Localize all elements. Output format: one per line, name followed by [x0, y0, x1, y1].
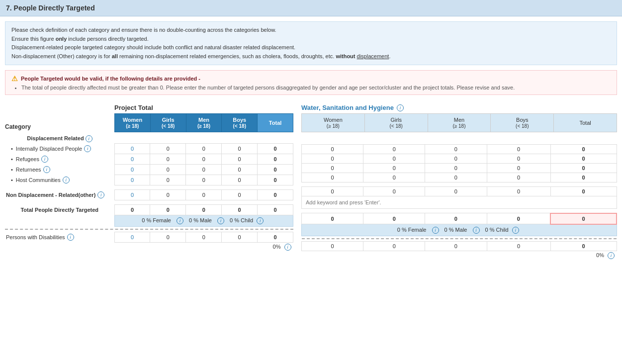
returnees-bullet: • — [11, 167, 13, 173]
wash-refugees-boys[interactable]: 0 — [487, 154, 550, 163]
idp-bullet: • — [11, 146, 13, 152]
idp-girls[interactable]: 0 — [150, 143, 186, 154]
wash-male-pct-info[interactable]: i — [473, 227, 480, 234]
wash-child-pct-info[interactable]: i — [512, 227, 519, 234]
idp-info-icon[interactable]: i — [84, 145, 91, 152]
total-row: Total People Directly Targeted 0 0 0 0 0 — [5, 204, 293, 215]
idp-women[interactable]: 0 — [114, 143, 150, 154]
disability-pct-info[interactable]: i — [284, 244, 291, 251]
wash-idp-women[interactable]: 0 — [302, 144, 363, 154]
refugees-label: • Refugees i — [6, 156, 113, 163]
refugees-women[interactable]: 0 — [114, 154, 150, 164]
returnees-men[interactable]: 0 — [186, 164, 222, 175]
wash-disability-girls[interactable]: 0 — [363, 241, 425, 251]
disability-women[interactable]: 0 — [114, 232, 150, 242]
wash-male-pct: 0 % Male — [444, 227, 467, 233]
wash-non-disp-girls[interactable]: 0 — [363, 186, 425, 196]
refugees-total: 0 — [258, 154, 293, 164]
wash-keyword-row[interactable] — [302, 196, 617, 208]
host-women[interactable]: 0 — [114, 175, 150, 185]
col-total: Total — [258, 114, 293, 132]
total-men: 0 — [186, 204, 222, 215]
wash-percent-row: 0 % Female i 0 % Male i 0 % Child i — [302, 224, 617, 236]
child-pct-info[interactable]: i — [257, 217, 264, 224]
section-header: 7. People Directly Targeted — [0, 0, 622, 16]
idp-total: 0 — [258, 143, 293, 154]
wash-returnees-boys[interactable]: 0 — [487, 163, 550, 173]
host-girls[interactable]: 0 — [150, 175, 186, 185]
wash-idp-row: 0 0 0 0 0 — [302, 144, 617, 154]
idp-boys[interactable]: 0 — [222, 143, 258, 154]
wash-returnees-women[interactable]: 0 — [302, 163, 363, 173]
warning-title: ⚠ People Targeted would be valid, if the… — [11, 75, 611, 83]
wash-host-boys[interactable]: 0 — [487, 173, 550, 182]
page-container: 7. People Directly Targeted Please check… — [0, 0, 622, 364]
idp-men[interactable]: 0 — [186, 143, 222, 154]
non-disp-men[interactable]: 0 — [186, 189, 222, 200]
refugees-men[interactable]: 0 — [186, 154, 222, 164]
wash-dashed-divider — [302, 236, 617, 241]
disability-girls[interactable]: 0 — [150, 232, 186, 242]
wash-non-disp-men[interactable]: 0 — [425, 186, 487, 196]
host-communities-row: • Host Communities i 0 0 0 0 0 — [5, 175, 293, 185]
disability-boys[interactable]: 0 — [222, 232, 258, 242]
displacement-info-icon[interactable]: i — [86, 135, 92, 142]
wash-refugees-girls[interactable]: 0 — [363, 154, 425, 163]
col-women: Women(≥ 18) — [115, 114, 151, 132]
keyword-input[interactable] — [305, 198, 614, 206]
wash-host-women[interactable]: 0 — [302, 173, 363, 182]
total-boys: 0 — [222, 204, 258, 215]
refugees-info-icon[interactable]: i — [41, 156, 48, 163]
host-info-icon[interactable]: i — [63, 177, 70, 183]
host-boys[interactable]: 0 — [222, 175, 258, 185]
wash-returnees-men[interactable]: 0 — [425, 163, 487, 173]
returnees-label: • Returnees i — [6, 166, 113, 173]
disability-info-icon[interactable]: i — [67, 234, 74, 241]
returnees-women[interactable]: 0 — [114, 164, 150, 175]
returnees-info-icon[interactable]: i — [43, 166, 50, 173]
wash-info-icon[interactable]: i — [397, 104, 404, 111]
wash-total-row: 0 0 0 0 0 — [302, 213, 617, 224]
wash-disability-boys[interactable]: 0 — [487, 241, 550, 251]
refugees-girls[interactable]: 0 — [150, 154, 186, 164]
wash-non-disp-boys[interactable]: 0 — [487, 186, 550, 196]
non-disp-total: 0 — [258, 189, 293, 200]
refugees-boys[interactable]: 0 — [222, 154, 258, 164]
wash-col-total: Total — [554, 114, 617, 132]
non-disp-boys[interactable]: 0 — [222, 189, 258, 200]
male-pct-info[interactable]: i — [217, 217, 224, 224]
non-disp-girls[interactable]: 0 — [150, 189, 186, 200]
spacer-row-1 — [5, 185, 293, 189]
wash-non-disp-women[interactable]: 0 — [302, 186, 363, 196]
wash-disability-pct-info[interactable]: i — [608, 252, 615, 259]
returnees-row: • Returnees i 0 0 0 0 0 — [5, 164, 293, 175]
wash-disability-women[interactable]: 0 — [302, 241, 363, 251]
warning-list: The total of people directly affected mu… — [21, 85, 611, 91]
wash-disability-men[interactable]: 0 — [425, 241, 487, 251]
wash-returnees-girls[interactable]: 0 — [363, 163, 425, 173]
returnees-boys[interactable]: 0 — [222, 164, 258, 175]
wash-keyword-cell[interactable] — [302, 196, 617, 208]
disability-pct-spacer — [5, 242, 114, 252]
wash-idp-men[interactable]: 0 — [425, 144, 487, 154]
wash-spacer-1 — [302, 182, 617, 186]
category-header-spacer: Category — [5, 123, 114, 132]
host-men[interactable]: 0 — [186, 175, 222, 185]
wash-host-men[interactable]: 0 — [425, 173, 487, 182]
col-boys: Boys(< 18) — [222, 114, 258, 132]
wash-female-pct-info[interactable]: i — [432, 227, 439, 234]
wash-idp-girls[interactable]: 0 — [363, 144, 425, 154]
wash-refugees-men[interactable]: 0 — [425, 154, 487, 163]
returnees-girls[interactable]: 0 — [150, 164, 186, 175]
col-girls: Girls(< 18) — [150, 114, 186, 132]
wash-host-girls[interactable]: 0 — [363, 173, 425, 182]
disability-men[interactable]: 0 — [186, 232, 222, 242]
non-disp-women[interactable]: 0 — [114, 189, 150, 200]
wash-returnees-total: 0 — [550, 163, 617, 173]
non-displacement-info-icon[interactable]: i — [97, 191, 104, 198]
displacement-header-row: Displacement Related i — [5, 132, 293, 143]
wash-idp-boys[interactable]: 0 — [487, 144, 550, 154]
wash-refugees-women[interactable]: 0 — [302, 154, 363, 163]
female-pct-info[interactable]: i — [177, 217, 183, 224]
disability-row: Persons with Disabilities i 0 0 0 0 0 — [5, 232, 293, 242]
